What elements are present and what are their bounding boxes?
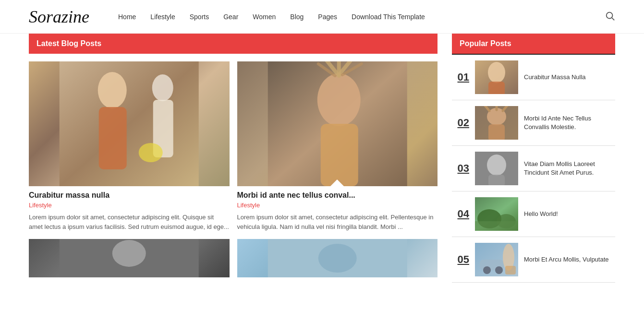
- popular-num-4: 04: [452, 208, 469, 220]
- popular-thumb-3: [475, 152, 518, 185]
- popular-title-1[interactable]: Curabitur Massa Nulla: [524, 73, 586, 82]
- svg-rect-2: [60, 61, 199, 186]
- popular-item-3[interactable]: 03 Vitae Diam Mollis Laoreet Tincidunt S…: [452, 146, 615, 191]
- post-category-1[interactable]: Lifestyle: [29, 202, 230, 209]
- svg-rect-22: [488, 82, 505, 94]
- svg-point-39: [495, 266, 503, 274]
- nav-pages[interactable]: Pages: [318, 13, 337, 21]
- post-card-3: [29, 239, 230, 277]
- post-title-1[interactable]: Curabitur massa nulla: [29, 191, 230, 200]
- svg-rect-41: [505, 266, 516, 274]
- popular-title-3[interactable]: Vitae Diam Mollis Laoreet Tincidunt Sit …: [524, 160, 615, 177]
- post-title-2[interactable]: Morbi id ante nec tellus conval...: [237, 191, 438, 200]
- search-icon[interactable]: [605, 11, 615, 23]
- nav-download[interactable]: Download This Template: [352, 13, 425, 21]
- popular-title-5[interactable]: Morbi Et Arcu Mollis, Vulputate: [524, 255, 609, 264]
- triangle-indicator: [330, 179, 344, 186]
- logo[interactable]: Sorazine: [29, 7, 89, 27]
- popular-title-4[interactable]: Hello World!: [524, 210, 558, 218]
- popular-thumb-2: [475, 106, 518, 140]
- popular-item-5[interactable]: 05: [452, 237, 615, 283]
- svg-rect-35: [475, 221, 518, 231]
- popular-thumb-4: [475, 197, 518, 231]
- svg-point-21: [488, 62, 505, 83]
- popular-posts-header: Popular Posts: [452, 34, 615, 54]
- popular-num-3: 03: [452, 162, 469, 175]
- nav-blog[interactable]: Blog: [290, 13, 304, 21]
- popular-num-2: 02: [452, 117, 469, 129]
- post-image-3[interactable]: [29, 239, 230, 277]
- svg-point-3: [98, 72, 127, 108]
- posts-grid-2: [29, 239, 437, 277]
- svg-point-38: [483, 266, 491, 274]
- header: Sorazine Home Lifestyle Sports Gear Wome…: [0, 0, 644, 34]
- svg-point-30: [487, 155, 506, 176]
- nav: Home Lifestyle Sports Gear Women Blog Pa…: [118, 13, 605, 21]
- svg-point-5: [152, 74, 173, 101]
- popular-item-2[interactable]: 02: [452, 100, 615, 146]
- nav-women[interactable]: Women: [253, 13, 276, 21]
- popular-item-1[interactable]: 01: [452, 55, 615, 100]
- nav-home[interactable]: Home: [118, 13, 136, 21]
- popular-num-5: 05: [452, 253, 469, 266]
- nav-gear[interactable]: Gear: [223, 13, 238, 21]
- post-image-1[interactable]: [29, 61, 230, 186]
- svg-point-9: [317, 73, 360, 126]
- post-image-2[interactable]: [237, 61, 438, 186]
- main-content: Latest Blog Posts: [0, 34, 644, 285]
- popular-thumb-img-4: [475, 197, 518, 231]
- post-category-2[interactable]: Lifestyle: [237, 202, 438, 209]
- latest-posts-header: Latest Blog Posts: [29, 34, 437, 54]
- popular-list: 01: [452, 54, 615, 283]
- popular-thumb-img-1: [475, 60, 518, 94]
- posts-grid: Curabitur massa nulla Lifestyle Lorem ip…: [29, 61, 437, 231]
- popular-thumb-img-2: [475, 106, 518, 140]
- post-excerpt-2: Lorem ipsum dolor sit amet, consectetur …: [237, 213, 438, 231]
- post-image-4[interactable]: [237, 239, 438, 277]
- post-card-4: [237, 239, 438, 277]
- svg-point-7: [139, 143, 163, 162]
- svg-rect-31: [488, 175, 505, 185]
- svg-point-0: [607, 12, 613, 18]
- post-excerpt-1: Lorem ipsum dolor sit amet, consectetur …: [29, 213, 230, 231]
- svg-rect-4: [99, 107, 127, 169]
- nav-lifestyle[interactable]: Lifestyle: [150, 13, 175, 21]
- svg-rect-15: [320, 124, 358, 186]
- popular-thumb-img-5: [475, 243, 518, 276]
- latest-posts-section: Latest Blog Posts: [29, 34, 437, 285]
- svg-point-17: [112, 240, 146, 267]
- popular-thumb-1: [475, 60, 518, 94]
- svg-point-19: [318, 244, 356, 273]
- svg-line-1: [612, 18, 614, 20]
- post-card-2: Morbi id ante nec tellus conval... Lifes…: [237, 61, 438, 231]
- svg-rect-28: [488, 124, 505, 140]
- post-card-1: Curabitur massa nulla Lifestyle Lorem ip…: [29, 61, 230, 231]
- popular-thumb-5: [475, 243, 518, 276]
- popular-posts-section: Popular Posts 01: [452, 34, 615, 285]
- popular-title-2[interactable]: Morbi Id Ante Nec Tellus Convallis Moles…: [524, 114, 615, 131]
- popular-thumb-img-3: [475, 152, 518, 185]
- nav-sports[interactable]: Sports: [190, 13, 209, 21]
- popular-item-4[interactable]: 04: [452, 191, 615, 237]
- popular-num-1: 01: [452, 71, 469, 83]
